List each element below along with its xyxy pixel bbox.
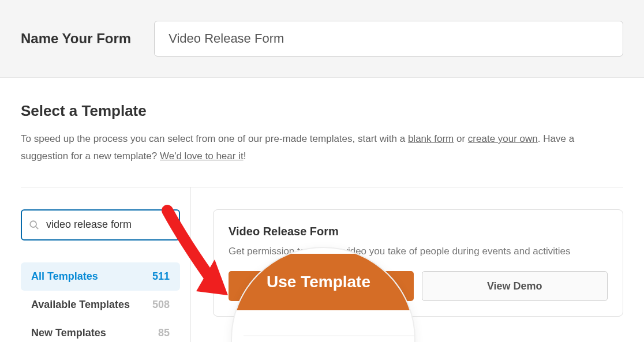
select-template-description: To speed up the process you can select f… — [21, 130, 623, 165]
template-sidebar: All Templates 511 Available Templates 50… — [21, 187, 191, 343]
view-demo-button[interactable]: View Demo — [422, 271, 608, 301]
category-available-templates[interactable]: Available Templates 508 — [21, 291, 180, 319]
template-card: Video Release Form Get permission to use… — [213, 209, 623, 317]
category-all-templates[interactable]: All Templates 511 — [21, 262, 180, 291]
category-new-templates[interactable]: New Templates 85 — [21, 319, 180, 343]
select-template-heading: Select a Template — [21, 102, 623, 120]
template-results: Video Release Form Get permission to use… — [191, 187, 623, 343]
blank-form-link[interactable]: blank form — [408, 133, 454, 144]
category-count: 511 — [152, 270, 170, 283]
template-search-input[interactable] — [21, 209, 180, 240]
search-icon — [29, 220, 39, 230]
name-form-bar: Name Your Form — [0, 0, 644, 78]
category-label: New Templates — [31, 327, 106, 339]
category-label: Available Templates — [31, 299, 130, 311]
template-category-list: All Templates 511 Available Templates 50… — [21, 262, 180, 343]
template-card-title: Video Release Form — [229, 225, 608, 238]
category-label: All Templates — [31, 270, 98, 283]
use-template-button[interactable]: Use Template — [229, 271, 414, 301]
form-name-input[interactable] — [154, 21, 623, 57]
category-count: 85 — [158, 327, 170, 339]
feedback-link[interactable]: We'd love to hear it — [160, 151, 244, 161]
template-card-description: Get permission to use the video you take… — [229, 244, 608, 259]
category-count: 508 — [152, 299, 170, 311]
create-own-link[interactable]: create your own — [468, 133, 538, 144]
svg-point-0 — [30, 221, 36, 227]
template-search-wrap — [21, 209, 180, 240]
svg-line-1 — [36, 226, 38, 229]
name-form-label: Name Your Form — [21, 31, 131, 47]
